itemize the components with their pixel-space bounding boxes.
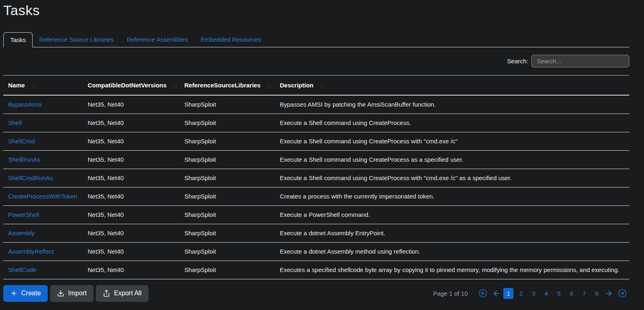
task-link[interactable]: ShellRunAs xyxy=(8,156,40,163)
arrow-left-circle-icon xyxy=(478,289,487,298)
column-label: CompatibleDotNetVersions xyxy=(88,82,166,89)
library-cell: SharpSploit xyxy=(179,224,275,242)
page-number-button-7[interactable]: 7 xyxy=(579,288,589,299)
versions-cell: Net35, Net40 xyxy=(83,224,179,242)
description-cell: Execute a dotnet Assembly method using r… xyxy=(275,242,629,261)
create-button[interactable]: Create xyxy=(3,285,48,302)
table-row: ShellCmd Net35, Net40 SharpSploit Execut… xyxy=(3,132,629,150)
task-link[interactable]: PowerShell xyxy=(8,211,39,218)
task-link[interactable]: AssemblyReflect xyxy=(8,248,54,255)
page-number-button-1[interactable]: 1 xyxy=(503,288,513,299)
page-number-button-4[interactable]: 4 xyxy=(541,288,551,299)
library-cell: SharpSploit xyxy=(179,169,275,187)
description-cell: Execute a dotnet Assembly EntryPoint. xyxy=(275,224,629,242)
tasks-table: Name↑↓ CompatibleDotNetVersions↑↓ Refere… xyxy=(3,75,629,279)
import-button[interactable]: Import xyxy=(50,285,93,302)
pagination: Page 1 of 10 1 2 3 4 5 6 7 8 xyxy=(433,288,629,299)
tab-embedded-resources[interactable]: Embedded Resources xyxy=(194,32,268,47)
table-row: CreateProcessWithToken Net35, Net40 Shar… xyxy=(3,187,629,205)
versions-cell: Net35, Net40 xyxy=(83,114,179,132)
create-button-label: Create xyxy=(21,290,41,297)
page-number-button-8[interactable]: 8 xyxy=(592,288,602,299)
last-page-button[interactable] xyxy=(618,289,627,298)
next-page-button[interactable] xyxy=(604,289,613,298)
sort-icon[interactable]: ↑↓ xyxy=(320,83,324,89)
task-link[interactable]: ShellCmdRunAs xyxy=(8,174,53,181)
sort-icon[interactable]: ↑↓ xyxy=(267,83,271,89)
versions-cell: Net35, Net40 xyxy=(83,261,179,279)
versions-cell: Net35, Net40 xyxy=(83,169,179,187)
export-all-button[interactable]: Export All xyxy=(96,285,148,302)
description-cell: Execute a Shell command using CreateProc… xyxy=(275,132,629,150)
table-row: Shell Net35, Net40 SharpSploit Execute a… xyxy=(3,114,629,132)
library-cell: SharpSploit xyxy=(179,150,275,169)
download-icon xyxy=(57,290,64,297)
tab-reference-assemblies[interactable]: Reference Assemblies xyxy=(120,32,194,47)
previous-page-button[interactable] xyxy=(492,289,501,298)
task-link[interactable]: Assembly xyxy=(8,230,35,236)
tab-bar: Tasks Reference Source Libraries Referen… xyxy=(3,32,629,47)
import-button-label: Import xyxy=(68,290,86,297)
page-number-button-3[interactable]: 3 xyxy=(529,288,539,299)
versions-cell: Net35, Net40 xyxy=(83,187,179,205)
library-cell: SharpSploit xyxy=(179,114,275,132)
description-cell: Executes a specified shellcode byte arra… xyxy=(275,261,629,279)
arrow-left-icon xyxy=(492,289,501,298)
task-link[interactable]: BypassAmsi xyxy=(8,101,42,108)
description-cell: Execute a PowerShell command. xyxy=(275,205,629,224)
share-upload-icon xyxy=(103,290,110,297)
library-cell: SharpSploit xyxy=(179,187,275,205)
first-page-button[interactable] xyxy=(478,289,487,298)
table-row: ShellCmdRunAs Net35, Net40 SharpSploit E… xyxy=(3,169,629,187)
description-cell: Execute a Shell command using CreateProc… xyxy=(275,114,629,132)
tasks-page: Tasks Tasks Reference Source Libraries R… xyxy=(0,0,644,310)
task-link[interactable]: CreateProcessWithToken xyxy=(8,193,77,200)
description-cell: Execute a Shell command using CreateProc… xyxy=(275,150,629,169)
task-link[interactable]: ShellCode xyxy=(8,266,36,273)
table-row: BypassAmsi Net35, Net40 SharpSploit Bypa… xyxy=(3,95,629,114)
page-number-button-5[interactable]: 5 xyxy=(554,288,564,299)
table-header-row: Name↑↓ CompatibleDotNetVersions↑↓ Refere… xyxy=(3,76,629,96)
table-row: Assembly Net35, Net40 SharpSploit Execut… xyxy=(3,224,629,242)
library-cell: SharpSploit xyxy=(179,205,275,224)
export-all-button-label: Export All xyxy=(114,290,142,297)
library-cell: SharpSploit xyxy=(179,132,275,150)
footer: Create Import Export All Page 1 of 10 xyxy=(3,285,629,302)
arrow-right-icon xyxy=(604,289,613,298)
library-cell: SharpSploit xyxy=(179,242,275,261)
search-label: Search: xyxy=(507,58,528,65)
sort-icon[interactable]: ↑↓ xyxy=(173,83,177,89)
search-row: Search: xyxy=(3,55,629,67)
table-row: ShellRunAs Net35, Net40 SharpSploit Exec… xyxy=(3,150,629,169)
column-header-description[interactable]: Description↑↓ xyxy=(275,76,629,96)
versions-cell: Net35, Net40 xyxy=(83,150,179,169)
page-number-button-6[interactable]: 6 xyxy=(567,288,577,299)
description-cell: Execute a Shell command using CreateProc… xyxy=(275,169,629,187)
action-buttons: Create Import Export All xyxy=(3,285,148,302)
arrow-right-circle-icon xyxy=(618,289,627,298)
library-cell: SharpSploit xyxy=(179,261,275,279)
versions-cell: Net35, Net40 xyxy=(83,132,179,150)
versions-cell: Net35, Net40 xyxy=(83,95,179,114)
versions-cell: Net35, Net40 xyxy=(83,242,179,261)
task-link[interactable]: Shell xyxy=(8,119,22,126)
page-status: Page 1 of 10 xyxy=(433,290,468,297)
plus-icon xyxy=(10,290,18,297)
description-cell: Bypasses AMSI by patching the AmsiScanBu… xyxy=(275,95,629,114)
table-row: PowerShell Net35, Net40 SharpSploit Exec… xyxy=(3,205,629,224)
search-input[interactable] xyxy=(531,55,629,67)
column-header-reference-source-libraries[interactable]: ReferenceSourceLibraries↑↓ xyxy=(179,76,275,96)
column-label: ReferenceSourceLibraries xyxy=(184,82,261,89)
page-title: Tasks xyxy=(3,2,629,18)
tab-reference-source-libraries[interactable]: Reference Source Libraries xyxy=(33,32,120,47)
tab-tasks[interactable]: Tasks xyxy=(3,32,33,47)
table-row: ShellCode Net35, Net40 SharpSploit Execu… xyxy=(3,261,629,279)
page-number-button-2[interactable]: 2 xyxy=(516,288,526,299)
library-cell: SharpSploit xyxy=(179,95,275,114)
description-cell: Creates a process with the currently imp… xyxy=(275,187,629,205)
task-link[interactable]: ShellCmd xyxy=(8,138,35,145)
sort-icon[interactable]: ↑↓ xyxy=(31,83,35,89)
column-header-compatible-dotnet-versions[interactable]: CompatibleDotNetVersions↑↓ xyxy=(83,76,179,96)
column-header-name[interactable]: Name↑↓ xyxy=(3,76,83,96)
column-label: Description xyxy=(280,82,314,89)
